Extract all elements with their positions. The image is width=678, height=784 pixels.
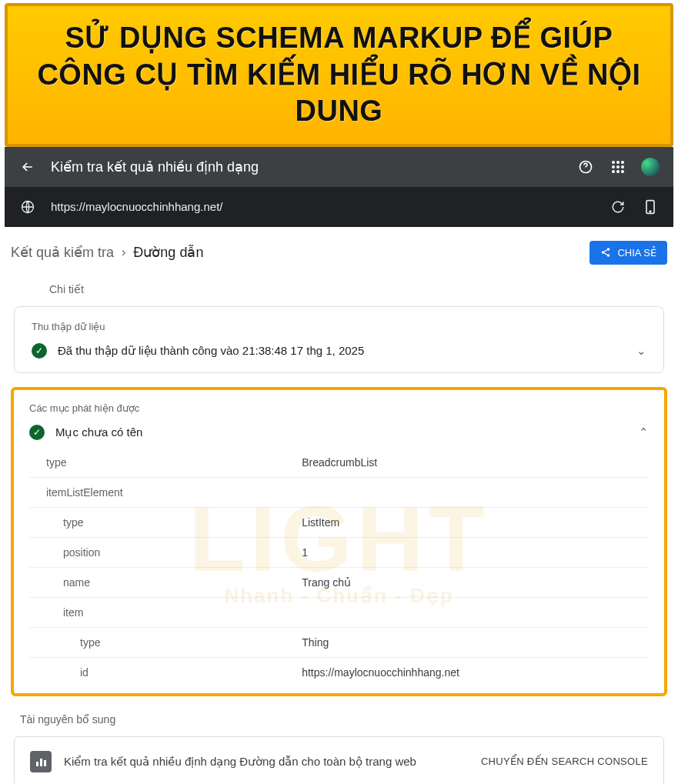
- svg-point-8: [616, 170, 620, 173]
- detected-items-card: Các mục phát hiện được ✓ Mục chưa có tên…: [11, 387, 667, 696]
- help-icon[interactable]: [576, 158, 595, 176]
- svg-point-4: [612, 165, 615, 168]
- appbar-title: Kiểm tra kết quả nhiều định dạng: [51, 158, 563, 175]
- url-bar: https://maylocnuocchinhhang.net/: [5, 187, 673, 227]
- appbar: Kiểm tra kết quả nhiều định dạng: [5, 147, 673, 187]
- share-button[interactable]: CHIA SẺ: [589, 241, 667, 265]
- detected-section-label: Các mục phát hiện được: [29, 402, 649, 414]
- breadcrumb-row: Kết quả kiểm tra › Đường dẫn CHIA SẺ: [0, 227, 678, 275]
- unnamed-item-row[interactable]: ✓ Mục chưa có tên ⌃: [29, 425, 649, 440]
- banner-headline: SỬ DỤNG SCHEMA MARKUP ĐỂ GIÚP CÔNG CỤ TÌ…: [17, 20, 661, 130]
- details-label: Chi tiết: [6, 275, 672, 306]
- svg-point-3: [621, 161, 624, 164]
- crawl-status-row[interactable]: ✓ Đã thu thập dữ liệu thành công vào 21:…: [32, 343, 646, 359]
- table-row: name Trang chủ: [29, 567, 649, 597]
- unnamed-item-label: Mục chưa có tên: [55, 425, 142, 439]
- svg-rect-18: [44, 760, 46, 766]
- table-row: type ListItem: [29, 507, 649, 537]
- search-console-card[interactable]: Kiểm tra kết quả nhiều định dạng Đường d…: [14, 736, 664, 785]
- svg-point-12: [650, 211, 651, 212]
- check-icon: ✓: [29, 425, 45, 440]
- crawl-status-text: Đã thu thập dữ liệu thành công vào 21:38…: [58, 344, 364, 358]
- back-icon[interactable]: [18, 158, 37, 176]
- svg-point-5: [616, 165, 620, 168]
- table-row: type BreadcrumbList: [29, 448, 649, 477]
- svg-point-1: [612, 161, 615, 164]
- globe-icon: [18, 198, 37, 216]
- sc-card-cta: CHUYỂN ĐẾN SEARCH CONSOLE: [481, 756, 648, 767]
- content-area: LIGHT Nhanh - Chuẩn - Đẹp Chi tiết Thu t…: [0, 275, 678, 785]
- chevron-right-icon: ›: [122, 245, 125, 259]
- crawl-section-label: Thu thập dữ liệu: [32, 321, 646, 332]
- sc-card-text: Kiểm tra kết quả nhiều định dạng Đường d…: [64, 755, 469, 769]
- refresh-icon[interactable]: [609, 198, 627, 216]
- avatar[interactable]: [641, 158, 660, 176]
- svg-point-6: [621, 165, 624, 168]
- svg-point-15: [607, 254, 610, 257]
- svg-point-7: [612, 170, 615, 173]
- smartphone-icon[interactable]: [641, 198, 660, 216]
- apps-icon[interactable]: [609, 158, 627, 176]
- chevron-down-icon: ⌄: [636, 344, 646, 358]
- svg-rect-17: [40, 759, 42, 766]
- tested-url: https://maylocnuocchinhhang.net/: [51, 200, 595, 213]
- bar-chart-icon: [30, 751, 52, 772]
- svg-point-14: [602, 251, 605, 254]
- top-banner: SỬ DỤNG SCHEMA MARKUP ĐỂ GIÚP CÔNG CỤ TÌ…: [5, 3, 673, 147]
- svg-point-13: [607, 248, 610, 251]
- table-row: type Thing: [29, 627, 649, 657]
- table-row: id https://maylocnuocchinhhang.net: [29, 657, 649, 687]
- svg-rect-16: [36, 762, 38, 766]
- breadcrumb-root[interactable]: Kết quả kiểm tra: [11, 244, 114, 261]
- table-row: item: [29, 597, 649, 627]
- table-row: position 1: [29, 537, 649, 567]
- share-label: CHIA SẺ: [617, 247, 656, 259]
- resources-section-label: Tài nguyên bổ sung: [6, 710, 672, 736]
- schema-table: type BreadcrumbList itemListElement type…: [29, 448, 649, 687]
- svg-point-9: [621, 170, 624, 173]
- table-row: itemListElement: [29, 477, 649, 507]
- chevron-up-icon: ⌃: [639, 425, 649, 439]
- check-icon: ✓: [32, 343, 47, 359]
- breadcrumb-current: Đường dẫn: [133, 244, 203, 261]
- crawl-card: Thu thập dữ liệu ✓ Đã thu thập dữ liệu t…: [14, 306, 664, 373]
- svg-point-2: [616, 161, 620, 164]
